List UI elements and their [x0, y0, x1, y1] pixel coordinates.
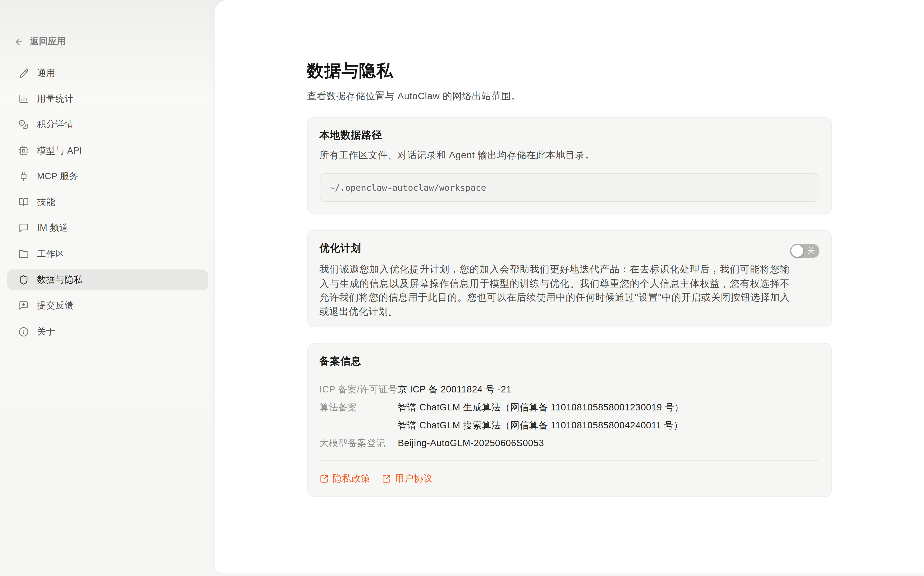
- filing-row-label: ICP 备案/许可证号: [320, 384, 398, 395]
- sidebar-item-label: 通用: [37, 67, 55, 78]
- sidebar-item-mcp-services[interactable]: MCP 服务: [7, 166, 208, 187]
- filing-row-label: 大模型备案登记: [320, 437, 398, 449]
- filing-row-label: [320, 419, 398, 430]
- app-window: 返回应用 通用 用量统计 积分详情 模型与 API MCP 服务: [0, 0, 924, 576]
- legal-links-row: 隐私政策 用户协议: [320, 472, 819, 485]
- message-square-plus-icon: [18, 301, 29, 311]
- sidebar-item-label: 关于: [37, 326, 55, 337]
- sidebar-item-label: 工作区: [37, 248, 65, 260]
- back-to-app-label: 返回应用: [30, 36, 66, 47]
- user-agreement-link[interactable]: 用户协议: [382, 472, 432, 485]
- message-square-icon: [18, 223, 29, 233]
- bar-chart-icon: [18, 94, 29, 104]
- optimization-description: 我们诚邀您加入优化提升计划，您的加入会帮助我们更好地迭代产品：在去标识化处理后，…: [320, 262, 790, 318]
- filing-row-value: 京 ICP 备 20011824 号 -21: [398, 384, 819, 395]
- settings-sidebar: 返回应用 通用 用量统计 积分详情 模型与 API MCP 服务: [0, 0, 214, 576]
- arrow-left-icon: [14, 37, 24, 46]
- external-link-icon: [320, 474, 328, 483]
- sidebar-item-label: 提交反馈: [37, 300, 74, 311]
- sidebar-item-label: 用量统计: [37, 93, 74, 104]
- sidebar-item-skills[interactable]: 技能: [7, 192, 208, 213]
- plug-icon: [18, 171, 29, 182]
- filing-row-value: Beijing-AutoGLM-20250606S0053: [398, 437, 819, 449]
- workspace-path-value: ~/.openclaw-autoclaw/workspace: [330, 183, 486, 192]
- local-data-path-description: 所有工作区文件、对话记录和 Agent 输出均存储在此本地目录。: [320, 149, 819, 161]
- sidebar-item-label: 模型与 API: [37, 145, 82, 156]
- back-to-app-button[interactable]: 返回应用: [14, 36, 66, 47]
- sidebar-item-im-channels[interactable]: IM 频道: [7, 218, 208, 238]
- optimization-toggle[interactable]: 关: [790, 244, 819, 258]
- info-icon: [18, 326, 29, 337]
- filing-info-card: 备案信息 ICP 备案/许可证号 京 ICP 备 20011824 号 -21 …: [307, 343, 832, 497]
- privacy-policy-link[interactable]: 隐私政策: [320, 472, 370, 485]
- cpu-icon: [18, 146, 29, 155]
- main-panel: 数据与隐私 查看数据存储位置与 AutoClaw 的网络出站范围。 本地数据路径…: [214, 0, 924, 574]
- sidebar-item-label: MCP 服务: [37, 171, 78, 182]
- sidebar-item-general[interactable]: 通用: [7, 63, 208, 83]
- sidebar-item-models-api[interactable]: 模型与 API: [7, 140, 208, 161]
- local-data-path-card: 本地数据路径 所有工作区文件、对话记录和 Agent 输出均存储在此本地目录。 …: [307, 117, 832, 214]
- sidebar-item-usage-stats[interactable]: 用量统计: [7, 88, 208, 109]
- sidebar-item-label: 数据与隐私: [37, 274, 83, 285]
- optimization-program-card: 优化计划 我们诚邀您加入优化提升计划，您的加入会帮助我们更好地迭代产品：在去标识…: [307, 230, 832, 327]
- toggle-knob: [791, 245, 803, 257]
- user-agreement-label: 用户协议: [395, 472, 432, 485]
- filing-info-table: ICP 备案/许可证号 京 ICP 备 20011824 号 -21 算法备案 …: [320, 384, 819, 449]
- local-data-path-title: 本地数据路径: [320, 130, 819, 141]
- shield-icon: [18, 275, 29, 285]
- sidebar-item-credits[interactable]: 积分详情: [7, 115, 208, 135]
- sidebar-item-label: IM 频道: [37, 222, 69, 234]
- sidebar-item-label: 积分详情: [37, 119, 74, 130]
- sidebar-item-workspace[interactable]: 工作区: [7, 244, 208, 264]
- optimization-title: 优化计划: [320, 243, 790, 254]
- coins-icon: [18, 120, 29, 130]
- folder-icon: [18, 249, 29, 259]
- toggle-state-label: 关: [807, 247, 815, 255]
- settings-content: 数据与隐私 查看数据存储位置与 AutoClaw 的网络出站范围。 本地数据路径…: [307, 0, 832, 497]
- workspace-path-field[interactable]: ~/.openclaw-autoclaw/workspace: [320, 173, 819, 202]
- filing-row-value: 智谱 ChatGLM 搜索算法（网信算备 1101081058580042400…: [398, 419, 819, 430]
- book-open-icon: [18, 197, 29, 207]
- optimization-toggle-column: 关: [790, 244, 819, 258]
- filing-row-value: 智谱 ChatGLM 生成算法（网信算备 1101081058580012300…: [398, 402, 819, 413]
- sidebar-item-about[interactable]: 关于: [7, 322, 208, 342]
- sidebar-item-feedback[interactable]: 提交反馈: [7, 296, 208, 316]
- external-link-icon: [382, 474, 391, 483]
- privacy-policy-label: 隐私政策: [333, 472, 370, 485]
- pen-icon: [18, 68, 29, 78]
- sidebar-item-data-privacy[interactable]: 数据与隐私: [7, 270, 208, 290]
- sidebar-nav: 通用 用量统计 积分详情 模型与 API MCP 服务 技能: [0, 63, 214, 342]
- sidebar-item-label: 技能: [37, 197, 55, 208]
- filing-divider: [320, 460, 819, 461]
- page-subtitle: 查看数据存储位置与 AutoClaw 的网络出站范围。: [307, 90, 832, 101]
- filing-info-title: 备案信息: [320, 355, 819, 367]
- page-title: 数据与隐私: [307, 62, 832, 80]
- filing-row-label: 算法备案: [320, 402, 398, 413]
- optimization-text-block: 优化计划 我们诚邀您加入优化提升计划，您的加入会帮助我们更好地迭代产品：在去标识…: [320, 243, 790, 318]
